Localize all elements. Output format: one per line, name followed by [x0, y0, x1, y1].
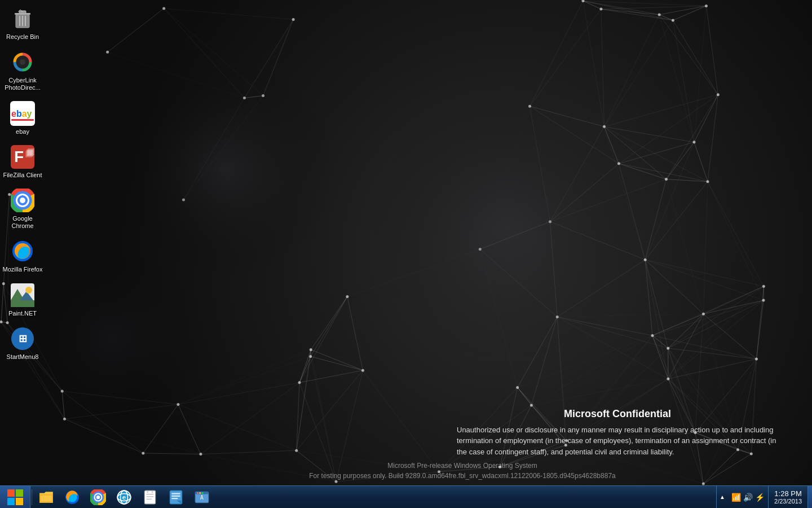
svg-text:A: A: [200, 494, 204, 501]
volume-tray-icon[interactable]: 🔊: [743, 493, 753, 502]
clock-date: 2/23/2013: [774, 498, 802, 505]
windows-logo-icon: [7, 489, 24, 506]
folder-icon: [38, 489, 54, 505]
system-tray: ▲ 📶 🔊 ⚡ 1:28 PM 2/23/2013: [716, 486, 812, 509]
svg-rect-29: [7, 498, 15, 505]
taskbar-item-ie[interactable]: e: [111, 486, 137, 509]
notepad-taskbar-icon: [142, 489, 158, 505]
filezilla-icon: F: [9, 143, 36, 170]
ebay-label: ebay: [16, 128, 29, 135]
svg-rect-2: [19, 11, 26, 14]
taskbar-item-chrome[interactable]: [85, 486, 111, 509]
svg-rect-51: [171, 495, 180, 496]
desktop-icon-ebay[interactable]: ebay ebay: [1, 98, 44, 138]
svg-text:F: F: [14, 148, 24, 165]
svg-rect-27: [7, 489, 15, 497]
paint-net-label: Paint.NET: [8, 310, 37, 317]
desktop: Recycle Bin CyberLink PhotoDirec...: [0, 0, 812, 508]
svg-point-17: [20, 198, 25, 203]
mozilla-firefox-icon: [9, 238, 36, 265]
desktop-icon-filezilla[interactable]: F FileZilla Client: [1, 141, 44, 181]
svg-rect-43: [144, 491, 155, 504]
desktop-icon-mozilla-firefox[interactable]: Mozilla Firefox: [1, 235, 44, 275]
svg-rect-28: [16, 489, 23, 497]
startmenu8-label: StartMenu8: [7, 353, 39, 361]
app1-taskbar-icon: [168, 489, 184, 505]
ebay-icon: ebay: [9, 100, 36, 127]
svg-point-58: [201, 492, 203, 493]
prerelease-line1: Microsoft Pre-release Windows Operating …: [113, 461, 812, 471]
clock-time: 1:28 PM: [774, 489, 801, 498]
desktop-icon-cyberlink[interactable]: CyberLink PhotoDirec...: [1, 46, 44, 94]
desktop-icon-startmenu8[interactable]: ⊞ StartMenu8: [1, 323, 44, 363]
svg-rect-52: [171, 498, 178, 499]
system-clock[interactable]: 1:28 PM 2/23/2013: [768, 486, 807, 509]
taskbar-item-app1[interactable]: [163, 486, 189, 509]
network-tray-icon[interactable]: 📶: [731, 493, 741, 502]
svg-text:⊞: ⊞: [19, 333, 27, 344]
tray-arrow-icon: ▲: [720, 494, 725, 500]
firefox-taskbar-icon: [64, 489, 80, 505]
svg-rect-30: [16, 498, 23, 505]
power-tray-icon[interactable]: ⚡: [755, 493, 765, 502]
svg-point-23: [25, 287, 32, 294]
taskbar-item-app2[interactable]: A: [189, 486, 215, 509]
prerelease-line2: For testing purposes only. Build 9289.0.…: [113, 471, 812, 481]
desktop-icon-recycle-bin[interactable]: Recycle Bin: [1, 3, 44, 43]
desktop-icons: Recycle Bin CyberLink PhotoDirec...: [0, 0, 45, 368]
svg-point-56: [197, 492, 198, 493]
svg-point-57: [199, 492, 201, 493]
taskbar-item-notepad[interactable]: [137, 486, 163, 509]
cyberlink-icon: [9, 49, 36, 76]
startmenu8-icon: ⊞: [9, 325, 36, 352]
show-desktop-button[interactable]: [807, 486, 812, 509]
prerelease-text: Microsoft Pre-release Windows Operating …: [113, 461, 812, 481]
svg-point-37: [96, 495, 100, 498]
tray-icons-area: 📶 🔊 ⚡: [728, 493, 768, 502]
start-button[interactable]: [0, 486, 30, 509]
svg-rect-50: [171, 493, 180, 494]
desktop-icon-google-chrome[interactable]: Google Chrome: [1, 185, 44, 232]
show-hidden-tray-button[interactable]: ▲: [717, 486, 728, 509]
svg-point-8: [20, 59, 25, 65]
svg-text:e: e: [122, 493, 126, 501]
chrome-taskbar-icon: [90, 489, 106, 505]
confidential-overlay: Microsoft Confidential Unauthorized use …: [457, 408, 778, 458]
confidential-body: Unauthorized use or disclosure in any ma…: [457, 424, 778, 458]
mozilla-firefox-label: Mozilla Firefox: [3, 266, 43, 273]
google-chrome-icon: [9, 187, 36, 214]
taskbar-separator-1: [32, 489, 32, 505]
svg-rect-11: [11, 119, 34, 121]
ie-taskbar-icon: e: [116, 489, 132, 505]
svg-rect-31: [41, 495, 51, 501]
app2-taskbar-icon: A: [194, 489, 210, 505]
filezilla-label: FileZilla Client: [3, 172, 42, 179]
paint-net-icon: [9, 282, 36, 309]
taskbar-item-firefox[interactable]: [59, 486, 85, 509]
taskbar: e: [0, 485, 812, 508]
google-chrome-label: Google Chrome: [2, 215, 43, 230]
confidential-title: Microsoft Confidential: [457, 408, 778, 420]
desktop-icon-paint-net[interactable]: Paint.NET: [1, 279, 44, 319]
svg-text:ebay: ebay: [11, 109, 32, 119]
svg-rect-24: [11, 300, 34, 307]
taskbar-item-explorer[interactable]: [33, 486, 59, 509]
recycle-bin-icon: [9, 5, 36, 32]
cyberlink-label: CyberLink PhotoDirec...: [2, 77, 43, 91]
recycle-bin-label: Recycle Bin: [6, 33, 39, 41]
